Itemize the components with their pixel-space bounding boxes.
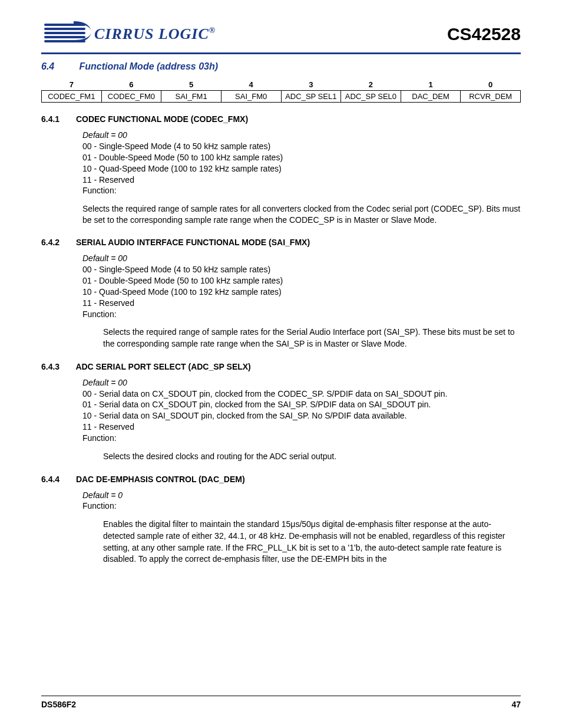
subsection-title: CODEC FUNCTIONAL MODE (CODEC_FMX) <box>76 114 248 124</box>
option-line: 00 - Serial data on CX_SDOUT pin, clocke… <box>82 388 521 400</box>
bit-num: 0 <box>461 79 521 91</box>
bit-name: ADC_SP SEL1 <box>281 91 341 103</box>
option-line: 10 - Serial data on SAI_SDOUT pin, clock… <box>82 410 521 421</box>
bit-name: RCVR_DEM <box>461 91 521 103</box>
subsection-heading: 6.4.4 DAC DE-EMPHASIS CONTROL (DAC_DEM) <box>41 475 521 484</box>
bit-num: 4 <box>221 79 281 91</box>
function-label: Function: <box>82 309 521 320</box>
subsection-642: 6.4.2 SERIAL AUDIO INTERFACE FUNCTIONAL … <box>41 238 521 350</box>
subsection-heading: 6.4.2 SERIAL AUDIO INTERFACE FUNCTIONAL … <box>41 238 521 247</box>
cirrus-logo-icon <box>41 18 94 50</box>
subsection-title: ADC SERIAL PORT SELECT (ADC_SP SELX) <box>75 362 250 371</box>
table-row: CODEC_FM1 CODEC_FM0 SAI_FM1 SAI_FM0 ADC_… <box>42 91 521 103</box>
document-title: CS42528 <box>447 24 521 44</box>
logo: CIRRUS LOGIC® <box>41 18 216 50</box>
register-bit-table: 7 6 5 4 3 2 1 0 CODEC_FM1 CODEC_FM0 SAI_… <box>41 79 521 103</box>
section-title: Functional Mode (address 03h) <box>79 61 218 71</box>
option-line: 11 - Reserved <box>82 421 521 433</box>
subsection-heading: 6.4.1 CODEC FUNCTIONAL MODE (CODEC_FMX) <box>41 114 521 124</box>
logo-text: CIRRUS LOGIC® <box>94 25 216 43</box>
subsection-641: 6.4.1 CODEC FUNCTIONAL MODE (CODEC_FMX) … <box>41 114 521 226</box>
bit-name: CODEC_FM0 <box>101 91 161 103</box>
subsection-number: 6.4.3 <box>41 362 74 371</box>
function-description: Selects the desired clocks and routing f… <box>103 451 521 463</box>
svg-rect-3 <box>44 36 85 38</box>
footer-page-number: 47 <box>511 700 521 709</box>
subsection-heading: 6.4.3 ADC SERIAL PORT SELECT (ADC_SP SEL… <box>41 362 521 371</box>
bit-name: CODEC_FM1 <box>42 91 102 103</box>
option-line: 01 - Double-Speed Mode (50 to 100 kHz sa… <box>82 275 521 286</box>
option-line: 10 - Quad-Speed Mode (100 to 192 kHz sam… <box>82 286 521 298</box>
option-line: 01 - Double-Speed Mode (50 to 100 kHz sa… <box>82 152 521 163</box>
bit-num: 7 <box>42 79 102 91</box>
default-value: Default = 0 <box>82 490 521 501</box>
svg-rect-1 <box>44 28 85 30</box>
bit-name: SAI_FM1 <box>161 91 222 103</box>
option-line: 00 - Single-Speed Mode (4 to 50 kHz samp… <box>82 141 521 152</box>
option-line: 11 - Reserved <box>82 174 521 186</box>
function-label: Function: <box>82 185 521 196</box>
option-line: 11 - Reserved <box>82 298 521 309</box>
function-description: Enables the digital filter to maintain t… <box>103 519 521 565</box>
subsection-number: 6.4.2 <box>41 238 74 247</box>
bit-num: 2 <box>341 79 401 91</box>
function-description: Selects the required range of sample rat… <box>103 327 521 350</box>
option-line: 10 - Quad-Speed Mode (100 to 192 kHz sam… <box>82 163 521 174</box>
bit-num: 6 <box>101 79 161 91</box>
default-value: Default = 00 <box>82 377 521 388</box>
svg-rect-2 <box>44 32 85 34</box>
subsection-644: 6.4.4 DAC DE-EMPHASIS CONTROL (DAC_DEM) … <box>41 475 521 565</box>
footer-doc-id: DS586F2 <box>41 700 76 709</box>
subsection-title: DAC DE-EMPHASIS CONTROL (DAC_DEM) <box>76 475 245 484</box>
default-value: Default = 00 <box>82 253 521 264</box>
page-header: CIRRUS LOGIC® CS42528 <box>41 18 521 54</box>
option-line: 00 - Single-Speed Mode (4 to 50 kHz samp… <box>82 264 521 275</box>
subsection-title: SERIAL AUDIO INTERFACE FUNCTIONAL MODE (… <box>76 238 310 247</box>
subsection-number: 6.4.4 <box>41 475 74 484</box>
bit-num: 3 <box>281 79 341 91</box>
bit-num: 5 <box>161 79 222 91</box>
bit-num: 1 <box>401 79 461 91</box>
subsection-number: 6.4.1 <box>41 114 74 124</box>
section-heading: 6.4 Functional Mode (address 03h) <box>41 61 521 72</box>
bit-name: SAI_FM0 <box>221 91 281 103</box>
function-label: Function: <box>82 433 521 444</box>
function-description: Selects the required range of sample rat… <box>82 203 521 226</box>
table-row: 7 6 5 4 3 2 1 0 <box>42 79 521 91</box>
subsection-643: 6.4.3 ADC SERIAL PORT SELECT (ADC_SP SEL… <box>41 362 521 463</box>
bit-name: ADC_SP SEL0 <box>341 91 401 103</box>
bit-name: DAC_DEM <box>401 91 461 103</box>
function-label: Function: <box>82 500 521 512</box>
svg-rect-0 <box>44 24 85 26</box>
default-value: Default = 00 <box>82 130 521 141</box>
option-line: 01 - Serial data on CX_SDOUT pin, clocke… <box>82 399 521 410</box>
section-number: 6.4 <box>41 61 77 72</box>
page-footer: DS586F2 47 <box>41 696 521 709</box>
